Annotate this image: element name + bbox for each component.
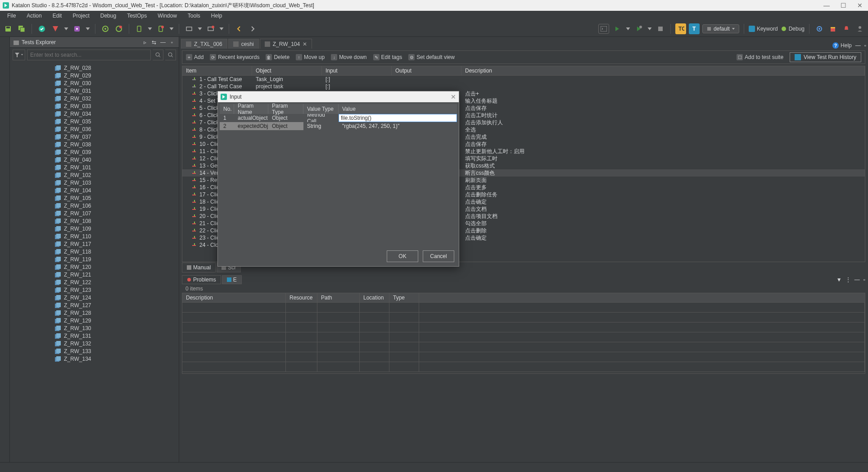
step-row[interactable]: 2 - Call Test Caseproject task[:] [182,83,865,90]
tree-item[interactable]: Z_RW_131 [55,332,179,340]
tree-item[interactable]: Z_RW_120 [55,263,179,271]
run-icon[interactable] [612,23,623,34]
search-input[interactable] [27,50,151,60]
tree-item[interactable]: Z_RW_107 [55,209,179,217]
tree-item[interactable]: Z_RW_123 [55,286,179,294]
tree-item[interactable]: Z_RW_028 [55,64,179,72]
tab-ceshi[interactable]: ceshi [228,39,259,49]
minimize-icon[interactable]: — [854,277,860,283]
tree-item[interactable]: Z_RW_040 [55,156,179,163]
tree-item[interactable]: Z_RW_109 [55,225,179,232]
tab-event-log[interactable]: E [222,275,242,284]
filter-icon[interactable] [13,50,25,60]
nav-forward-icon[interactable] [247,23,258,34]
api-spy-icon[interactable] [184,23,194,34]
minimize-icon[interactable]: — [855,42,861,49]
search-icon[interactable] [153,50,163,60]
view-test-run-history-button[interactable]: View Test Run History [790,52,861,62]
tree-item[interactable]: Z_RW_130 [55,324,179,332]
menu-icon[interactable]: ⋮ [845,277,851,283]
web-spy-icon[interactable] [100,23,111,34]
tests-tree[interactable]: Z_RW_028Z_RW_029Z_RW_030Z_RW_031Z_RW_032… [10,62,179,472]
dialog-titlebar[interactable]: Input ✕ [218,91,459,102]
dialog-close-icon[interactable]: ✕ [451,93,456,100]
web-record-icon[interactable] [113,23,124,34]
col-description[interactable]: Description [461,66,865,75]
chevron-icon[interactable] [147,23,153,34]
record-web-icon[interactable] [50,23,61,34]
collapse-icon[interactable]: ⇆ [151,39,157,45]
col-object[interactable]: Object [252,66,322,75]
step-row[interactable]: 1 - Call Test CaseTask_Login[:] [182,76,865,83]
tree-item[interactable]: Z_RW_128 [55,309,179,317]
api-record-icon[interactable] [205,23,216,34]
minimize-icon[interactable]: — [823,2,830,9]
tab-problems[interactable]: Problems [182,275,221,284]
chevron-icon[interactable] [63,23,69,34]
tree-item[interactable]: Z_RW_133 [55,347,179,355]
testops-icon[interactable]: T [689,23,700,34]
col-value[interactable]: Value [339,104,457,114]
tree-item[interactable]: Z_RW_031 [55,87,179,95]
tree-item[interactable]: Z_RW_037 [55,133,179,141]
tree-item[interactable]: Z_RW_038 [55,141,179,148]
maximize-icon[interactable]: ☐ [841,2,846,9]
tab-z-txl-006[interactable]: Z_TXL_006 [181,39,227,49]
tab-z-rw-104[interactable]: Z_RW_104✕ [260,39,312,49]
menu-help[interactable]: Help [207,12,227,20]
col-param-type[interactable]: Param Type [268,104,303,114]
menu-file[interactable]: File [3,12,20,20]
menu-debug[interactable]: Debug [96,12,121,20]
tree-item[interactable]: Z_RW_102 [55,171,179,179]
menu-window[interactable]: Window [153,12,181,20]
tree-item[interactable]: Z_RW_033 [55,102,179,110]
tree-item[interactable]: Z_RW_118 [55,248,179,255]
menu-edit[interactable]: Edit [48,12,67,20]
maximize-icon[interactable]: ▫ [863,277,865,283]
gift-icon[interactable] [827,23,838,34]
param-row[interactable]: 2 expectedObject Object String "rgba(245… [220,122,457,130]
chevron-icon[interactable] [197,23,203,34]
col-output[interactable]: Output [392,66,461,75]
col-no[interactable]: No. [220,104,234,114]
param-row[interactable]: 1 actualObject Object Method Call [220,114,457,122]
ok-button[interactable]: OK [387,250,418,262]
col-value-type[interactable]: Value Type [303,104,339,114]
menu-testops[interactable]: TestOps [122,12,151,20]
tree-item[interactable]: Z_RW_032 [55,95,179,102]
delete-button[interactable]: 🗑Delete [266,54,289,60]
nav-back-icon[interactable] [234,23,244,34]
terminal-icon[interactable] [598,24,609,34]
settings-icon[interactable] [814,23,825,34]
tree-item[interactable]: Z_RW_039 [55,148,179,156]
tree-item[interactable]: Z_RW_119 [55,255,179,263]
minimize-panel-icon[interactable]: — [160,39,166,45]
tree-item[interactable]: Z_RW_104 [55,186,179,194]
tree-item[interactable]: Z_RW_029 [55,72,179,79]
mobile-spy-icon[interactable] [134,23,145,34]
cancel-button[interactable]: Cancel [423,250,454,262]
save-icon[interactable] [3,23,14,34]
close-icon[interactable]: ✕ [857,2,863,9]
tree-item[interactable]: Z_RW_121 [55,271,179,278]
col-location[interactable]: Location [360,293,389,302]
tree-item[interactable]: Z_RW_129 [55,317,179,324]
chevron-icon[interactable] [169,23,174,34]
col-param-name[interactable]: Param Name [234,104,268,114]
col-resource[interactable]: Resource [286,293,317,302]
save-all-icon[interactable] [16,23,27,34]
tree-item[interactable]: Z_RW_030 [55,79,179,87]
filter-icon[interactable]: ▼ [836,277,842,283]
chevron-icon[interactable] [85,23,90,34]
debug-btn[interactable]: Debug [781,26,805,32]
menu-action[interactable]: Action [22,12,46,20]
move-up-button[interactable]: ↑Move up [296,54,325,60]
col-input[interactable]: Input [322,66,392,75]
add-to-testsuite-button[interactable]: ☐Add to test suite [737,54,783,60]
tree-item[interactable]: Z_RW_127 [55,301,179,309]
notification-icon[interactable] [841,23,852,34]
keyword-btn[interactable]: Keyword [749,26,778,32]
view-menu-icon[interactable]: ▫ [169,39,175,45]
chevron-icon[interactable] [219,23,224,34]
tree-item[interactable]: Z_RW_134 [55,355,179,363]
